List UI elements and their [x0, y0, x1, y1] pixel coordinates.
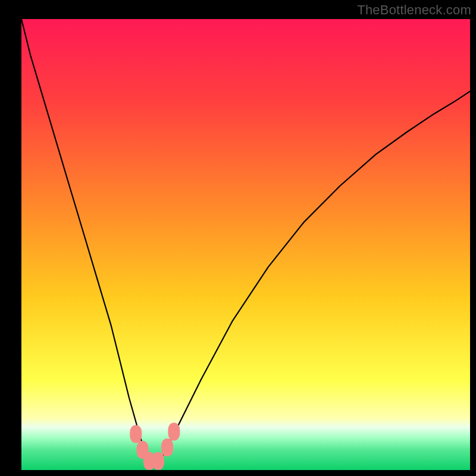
curve-marker-0 — [130, 425, 142, 443]
bottleneck-chart — [0, 0, 476, 476]
watermark-text: TheBottleneck.com — [357, 2, 471, 18]
curve-marker-4 — [161, 439, 173, 456]
curve-marker-3 — [152, 452, 164, 470]
plot-area — [21, 19, 470, 470]
curve-marker-5 — [168, 423, 180, 441]
chart-stage: TheBottleneck.com — [0, 0, 476, 476]
